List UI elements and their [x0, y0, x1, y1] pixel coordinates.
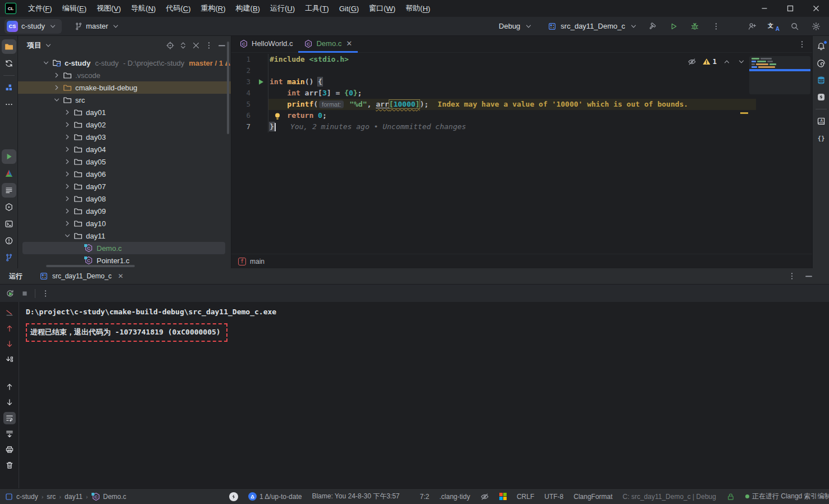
tree-item-day03[interactable]: day03: [18, 131, 231, 143]
prev-occurrence-icon[interactable]: [3, 381, 16, 393]
tree-vertical-scrollbar[interactable]: [227, 42, 229, 134]
chevron-right-icon[interactable]: [62, 145, 72, 154]
chevron-down-icon[interactable]: [44, 41, 53, 50]
rerun-button[interactable]: [6, 289, 15, 298]
ai-assistant-icon[interactable]: [814, 56, 828, 71]
status-breadcrumb-day11[interactable]: day11: [65, 493, 83, 501]
up-stack-trace-icon[interactable]: [3, 322, 16, 335]
tree-item-day07[interactable]: day07: [18, 180, 231, 193]
chevron-down-icon[interactable]: [40, 58, 51, 67]
minimap[interactable]: [749, 56, 810, 94]
run-window-icon[interactable]: [2, 183, 16, 198]
chevron-right-icon[interactable]: [62, 194, 72, 203]
settings-button[interactable]: [809, 19, 823, 34]
debug-button[interactable]: [687, 19, 702, 34]
run-tab[interactable]: src_day11_Demo_c ✕: [39, 272, 124, 281]
indexing-widget[interactable]: 正在进行 Clangd 索引编制: [745, 492, 829, 501]
chevron-right-icon[interactable]: [62, 157, 72, 166]
tree-item-day04[interactable]: day04: [18, 143, 231, 155]
tree-item-day11[interactable]: day11: [18, 230, 231, 242]
run-config-widget[interactable]: C: src_day11_Demo_c | Debug: [623, 493, 716, 501]
line-ending-widget[interactable]: CRLF: [517, 493, 534, 501]
more-actions-button[interactable]: [709, 19, 723, 34]
sync-icon[interactable]: [2, 56, 16, 71]
chevron-right-icon[interactable]: [62, 182, 72, 191]
os-widget[interactable]: [499, 493, 507, 500]
tab-Demo.c[interactable]: CDemo.c✕: [298, 36, 358, 53]
menu-帮助H[interactable]: 帮助(H): [400, 0, 435, 17]
kebab-button[interactable]: [41, 289, 50, 298]
clear-all-icon[interactable]: [3, 459, 16, 471]
branch-widget[interactable]: master: [74, 22, 120, 31]
expand-all-icon[interactable]: [179, 41, 188, 50]
run-icon[interactable]: [2, 149, 16, 164]
caret-position[interactable]: 7:2: [420, 493, 430, 501]
hide-icon[interactable]: [217, 41, 226, 50]
database-icon[interactable]: [814, 73, 828, 88]
structure-icon[interactable]: {}: [814, 131, 828, 145]
hide-icon[interactable]: [804, 272, 813, 281]
stop-button[interactable]: [20, 289, 29, 298]
commit-icon[interactable]: [2, 80, 16, 95]
code-with-me-button[interactable]: [745, 19, 759, 34]
project-widget[interactable]: CS c-study: [4, 19, 62, 34]
kebab-icon[interactable]: [787, 272, 796, 281]
menu-导航N[interactable]: 导航(N): [126, 0, 161, 17]
documentation-icon[interactable]: A: [814, 114, 828, 129]
menu-编辑E[interactable]: 编辑(E): [57, 0, 92, 17]
menu-代码C[interactable]: 代码(C): [161, 0, 195, 17]
tree-horizontal-scrollbar[interactable]: [46, 265, 135, 267]
chevron-right-icon[interactable]: [62, 207, 72, 216]
git-icon[interactable]: [2, 250, 16, 265]
breadcrumb-function[interactable]: main: [250, 258, 265, 265]
tree-item-Demo.c[interactable]: CDemo.c: [18, 242, 231, 254]
next-occurrence-icon[interactable]: [3, 396, 16, 409]
chevron-right-icon[interactable]: [62, 108, 72, 117]
status-breadcrumb-src[interactable]: src: [47, 493, 56, 501]
vcs-sync-widget[interactable]: Δ1 Δ/up-to-date: [248, 492, 302, 501]
tab-options-button[interactable]: [792, 36, 812, 52]
plugin-icon[interactable]: [814, 90, 828, 104]
chevron-right-icon[interactable]: [51, 71, 62, 80]
run-line-icon[interactable]: [256, 77, 265, 86]
status-breadcrumb-c-study[interactable]: c-study: [4, 492, 38, 501]
tree-item-day10[interactable]: day10: [18, 217, 231, 230]
search-everywhere-button[interactable]: [787, 19, 802, 34]
jump-to-end-icon[interactable]: [3, 354, 16, 366]
menu-构建B[interactable]: 构建(B): [231, 0, 265, 17]
menu-重构R[interactable]: 重构(R): [196, 0, 231, 17]
menu-运行U[interactable]: 运行(U): [265, 0, 300, 17]
chevron-right-icon[interactable]: [62, 120, 72, 129]
locate-icon[interactable]: [166, 41, 175, 50]
clang-tidy-widget[interactable]: .clang-tidy: [439, 493, 470, 501]
scroll-to-end-icon[interactable]: [3, 428, 16, 440]
chevron-down-icon[interactable]: [62, 231, 72, 240]
cmake-icon[interactable]: [2, 166, 16, 181]
menu-视图V[interactable]: 视图(V): [92, 0, 126, 17]
chevron-right-icon[interactable]: [51, 83, 62, 92]
intention-bulb-icon[interactable]: [273, 112, 282, 121]
print-icon[interactable]: [3, 443, 16, 456]
minimize-button[interactable]: [751, 0, 777, 17]
status-breadcrumb-Demo.c[interactable]: CDemo.c: [92, 492, 126, 501]
profiler-icon[interactable]: [3, 306, 16, 319]
minimap-viewport[interactable]: [749, 69, 810, 71]
menu-工具T[interactable]: 工具(T): [300, 0, 334, 17]
close-button[interactable]: [803, 0, 829, 17]
menu-GitG[interactable]: Git(G): [334, 0, 364, 17]
plugin-widget[interactable]: [229, 492, 238, 501]
tree-item-day05[interactable]: day05: [18, 155, 231, 168]
highlighting-widget[interactable]: [480, 492, 489, 501]
down-stack-trace-icon[interactable]: [3, 338, 16, 350]
tree-item-day09[interactable]: day09: [18, 205, 231, 217]
chevron-right-icon[interactable]: [62, 219, 72, 228]
build-button[interactable]: [645, 19, 659, 34]
menu-文件F[interactable]: 文件(F): [23, 0, 57, 17]
soft-wrap-icon[interactable]: [3, 412, 16, 424]
run-config-selector[interactable]: src_day11_Demo_c: [548, 22, 638, 31]
close-icon[interactable]: ✕: [346, 39, 352, 48]
close-icon[interactable]: ✕: [118, 272, 124, 280]
tree-item-c-study[interactable]: c-studyc-study- D:\project\c-studymaster…: [18, 57, 231, 69]
lock-widget[interactable]: [726, 492, 735, 501]
translate-button[interactable]: 文A: [766, 19, 781, 34]
